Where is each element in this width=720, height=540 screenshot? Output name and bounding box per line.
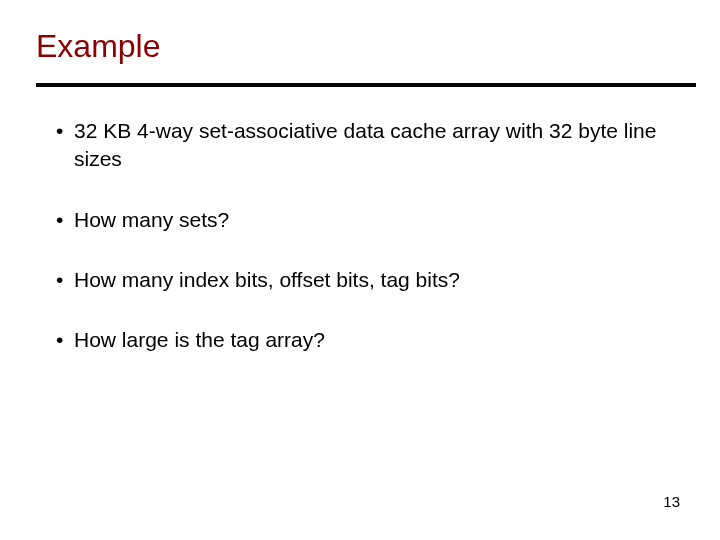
bullet-item: 32 KB 4-way set-associative data cache a…	[56, 117, 684, 174]
title-divider	[36, 83, 696, 87]
bullet-item: How large is the tag array?	[56, 326, 684, 354]
bullet-item: How many sets?	[56, 206, 684, 234]
slide-title: Example	[36, 28, 684, 65]
page-number: 13	[663, 493, 680, 510]
bullet-list: 32 KB 4-way set-associative data cache a…	[36, 117, 684, 355]
slide-container: Example 32 KB 4-way set-associative data…	[0, 0, 720, 540]
bullet-item: How many index bits, offset bits, tag bi…	[56, 266, 684, 294]
